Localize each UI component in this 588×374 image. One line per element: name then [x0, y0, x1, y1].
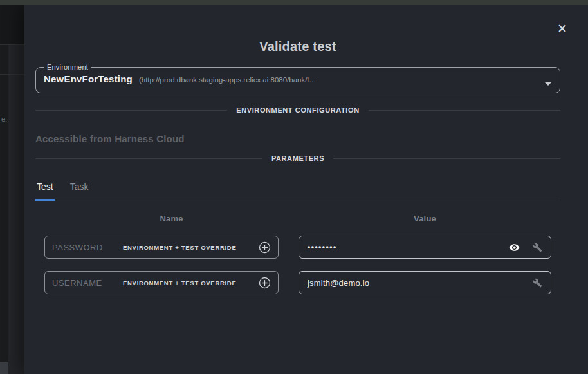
add-override-button[interactable] [259, 277, 271, 289]
close-icon: ✕ [557, 21, 567, 36]
parameter-name-label: PASSWORD [52, 243, 114, 252]
divider-line [369, 110, 560, 111]
show-password-button[interactable] [509, 242, 520, 253]
table-row-username: USERNAME ENVIRONMENT + TEST OVERRIDE jsm… [44, 271, 560, 294]
column-header-value: Value [299, 214, 551, 223]
column-header-name: Name [44, 214, 299, 223]
override-badge: ENVIRONMENT + TEST OVERRIDE [123, 279, 236, 286]
parameter-name-label: USERNAME [52, 278, 114, 288]
parameters-heading: PARAMETERS [262, 154, 333, 162]
divider-line [35, 110, 227, 111]
environment-configuration-divider: ENVIRONMENT CONFIGURATION [35, 106, 560, 114]
environment-select[interactable]: Environment NewEnvForTesting (http://pro… [35, 63, 560, 93]
environment-selected-url: (http://prod.dbank.staging-apps.relicx.a… [139, 76, 317, 84]
username-value-input[interactable]: jsmith@demo.io [299, 271, 551, 294]
table-row-password: PASSWORD ENVIRONMENT + TEST OVERRIDE •••… [44, 236, 560, 259]
edit-parameter-button[interactable] [533, 243, 542, 252]
wrench-icon [533, 278, 542, 288]
divider-line [35, 158, 262, 159]
tab-task[interactable]: Task [69, 182, 90, 201]
chevron-down-icon [545, 82, 551, 86]
tab-test[interactable]: Test [35, 182, 55, 201]
validate-test-modal: ✕ Validate test Environment NewEnvForTes… [24, 5, 588, 374]
environment-selected-name: NewEnvForTesting [44, 73, 133, 84]
top-window-strip [0, 0, 588, 5]
divider-line [333, 158, 560, 159]
add-override-button[interactable] [259, 241, 271, 254]
close-button[interactable]: ✕ [555, 21, 570, 36]
password-value-input[interactable]: •••••••• [299, 236, 551, 259]
background-scrollbar-thumb [0, 362, 8, 374]
accessibility-note: Accessible from Harness Cloud [35, 133, 560, 144]
wrench-icon [533, 243, 542, 252]
parameter-tabs: Test Task [35, 182, 560, 200]
eye-icon [509, 242, 520, 253]
parameters-table: Name Value PASSWORD ENVIRONMENT + TEST O… [44, 214, 560, 294]
parameters-divider: PARAMETERS [35, 154, 560, 162]
background-panel [0, 5, 24, 45]
password-value: •••••••• [308, 243, 337, 252]
environment-configuration-heading: ENVIRONMENT CONFIGURATION [227, 106, 368, 114]
password-name-box: PASSWORD ENVIRONMENT + TEST OVERRIDE [44, 236, 279, 259]
background-left-rail [0, 0, 8, 374]
override-badge: ENVIRONMENT + TEST OVERRIDE [123, 244, 236, 251]
background-divider [0, 74, 24, 75]
background-truncated-text: e. [1, 115, 7, 123]
modal-title: Validate test [35, 39, 560, 55]
username-value: jsmith@demo.io [308, 278, 369, 288]
edit-parameter-button[interactable] [533, 278, 542, 288]
plus-circle-icon [259, 241, 271, 254]
username-name-box: USERNAME ENVIRONMENT + TEST OVERRIDE [44, 271, 279, 294]
environment-label: Environment [44, 63, 91, 71]
plus-circle-icon [259, 277, 271, 289]
